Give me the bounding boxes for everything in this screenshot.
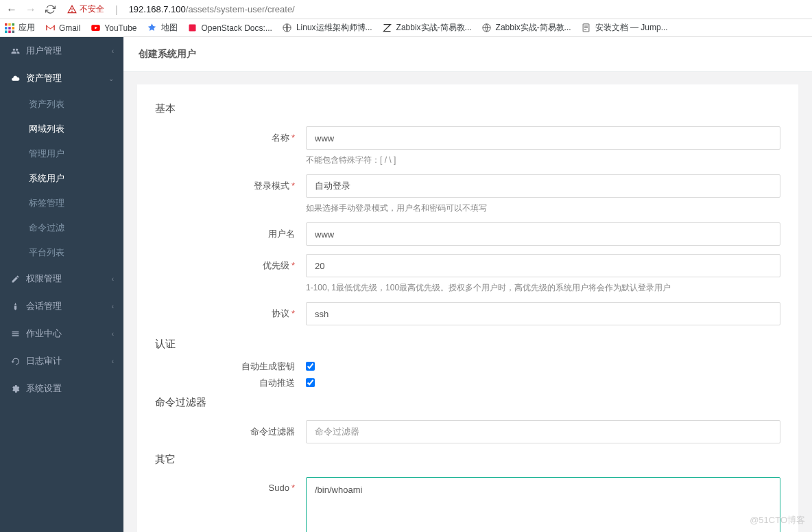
sidebar-item-label: 系统用户 — [29, 173, 64, 183]
bookmark-linux[interactable]: Linux运维架构师博... — [282, 22, 372, 34]
chevron-left-icon: ‹ — [112, 275, 114, 283]
sidebar-item-label: 命令过滤 — [29, 222, 64, 233]
sidebar-item-label: 网域列表 — [29, 124, 64, 134]
sidebar-item-label: 日志审计 — [26, 355, 62, 367]
auto-gen-key-checkbox[interactable] — [306, 362, 315, 371]
bookmark-maps[interactable]: 地图 — [147, 22, 178, 34]
edit-icon — [10, 275, 21, 284]
gears-icon — [10, 384, 21, 393]
url-display[interactable]: 192.168.7.100/assets/system-user/create/ — [129, 4, 295, 14]
sidebar-item-asset-list[interactable]: 资产列表 — [0, 92, 123, 117]
sidebar-item-session-mgmt[interactable]: 会话管理 ‹ — [0, 292, 123, 320]
zabbix-icon — [382, 23, 393, 34]
sidebar: 用户管理 ‹ 资产管理 ⌄ 资产列表 网域列表 管理用户 系统用户 标签管理 命… — [0, 37, 123, 532]
form-row-auto-push: 自动推送 — [155, 374, 780, 389]
youtube-icon — [90, 23, 101, 34]
sidebar-item-label: 会话管理 — [26, 300, 62, 312]
sidebar-item-label: 作业中心 — [26, 327, 62, 340]
sidebar-item-system-user[interactable]: 系统用户 — [0, 166, 123, 191]
forward-icon[interactable]: → — [25, 3, 37, 16]
sidebar-item-platform-list[interactable]: 平台列表 — [0, 240, 123, 265]
url-host: 192.168.7.100 — [129, 4, 186, 14]
stack-icon — [10, 329, 21, 338]
sidebar-item-label: 资产管理 — [26, 72, 62, 84]
browser-nav-bar: ← → 不安全 | 192.168.7.100/assets/system-us… — [0, 0, 812, 19]
name-help: 不能包含特殊字符：[ / \ ] — [306, 154, 780, 166]
chevron-left-icon: ‹ — [112, 47, 114, 55]
form-panel: 基本 名称* 不能包含特殊字符：[ / \ ] 登录模式* 自动登录 如果选择手… — [137, 84, 798, 532]
auto-push-label: 自动推送 — [155, 375, 306, 389]
bookmark-zabbix1[interactable]: Zabbix实战-简易教... — [382, 22, 472, 34]
cmd-filter-select[interactable]: 命令过滤器 — [306, 420, 780, 443]
sidebar-item-log-audit[interactable]: 日志审计 ‹ — [0, 347, 123, 375]
sidebar-item-label: 标签管理 — [29, 198, 64, 208]
reload-icon[interactable] — [44, 3, 56, 16]
bookmark-apps[interactable]: 应用 — [4, 22, 35, 34]
form-row-priority: 优先级* 1-100, 1最低优先级，100最高优先级。授权多个用户时，高优先级… — [155, 250, 780, 294]
form-row-auto-gen-key: 自动生成密钥 — [155, 358, 780, 373]
bookmark-youtube[interactable]: YouTube — [90, 23, 136, 34]
svg-rect-4 — [12, 23, 15, 26]
auto-gen-key-label: 自动生成密钥 — [155, 359, 306, 373]
sidebar-item-sys-settings[interactable]: 系统设置 — [0, 375, 123, 402]
chevron-left-icon: ‹ — [112, 358, 114, 365]
security-warning[interactable]: 不安全 — [67, 3, 104, 15]
sidebar-item-cmd-filter[interactable]: 命令过滤 — [0, 216, 123, 240]
sidebar-item-job-center[interactable]: 作业中心 ‹ — [0, 320, 123, 347]
sidebar-item-admin-user[interactable]: 管理用户 — [0, 141, 123, 166]
document-icon — [581, 23, 592, 34]
bookmark-jump[interactable]: 安装文档 — Jump... — [581, 22, 668, 34]
form-row-protocol: 协议* ssh — [155, 298, 780, 325]
sidebar-item-perm-mgmt[interactable]: 权限管理 ‹ — [0, 265, 123, 292]
bookmark-label: 安装文档 — Jump... — [595, 22, 668, 34]
gmail-icon — [45, 23, 56, 34]
svg-rect-10 — [12, 30, 15, 33]
sidebar-item-asset-mgmt[interactable]: 资产管理 ⌄ — [0, 65, 123, 92]
app-container: 用户管理 ‹ 资产管理 ⌄ 资产列表 网域列表 管理用户 系统用户 标签管理 命… — [0, 37, 812, 532]
svg-rect-2 — [5, 23, 8, 26]
sudo-label: Sudo* — [155, 477, 306, 493]
sidebar-item-user-mgmt[interactable]: 用户管理 ‹ — [0, 37, 123, 65]
bookmarks-bar: 应用 Gmail YouTube 地图 OpenStack Docs:... L… — [0, 19, 812, 37]
section-cmdfilter: 命令过滤器 — [155, 396, 780, 409]
auto-push-checkbox[interactable] — [306, 378, 315, 387]
section-other: 其它 — [155, 453, 780, 466]
svg-rect-9 — [8, 30, 11, 33]
sidebar-item-label: 管理用户 — [29, 148, 64, 159]
section-basic: 基本 — [155, 102, 780, 115]
name-input[interactable] — [306, 126, 780, 150]
history-icon — [10, 357, 21, 366]
maps-icon — [147, 23, 158, 34]
sudo-textarea[interactable] — [306, 477, 780, 532]
sidebar-item-tag-mgmt[interactable]: 标签管理 — [0, 191, 123, 216]
openstack-icon — [187, 23, 198, 34]
login-mode-select[interactable]: 自动登录 — [306, 174, 780, 198]
chevron-left-icon: ‹ — [112, 303, 114, 310]
svg-rect-5 — [5, 27, 8, 30]
svg-rect-12 — [189, 25, 196, 32]
url-separator: | — [115, 4, 118, 15]
bookmark-label: Zabbix实战-简易教... — [496, 22, 571, 34]
chevron-down-icon: ⌄ — [108, 75, 114, 82]
globe-icon — [282, 23, 293, 34]
sidebar-item-label: 权限管理 — [26, 273, 62, 285]
globe-icon — [481, 23, 492, 34]
cmd-filter-label: 命令过滤器 — [155, 420, 306, 438]
protocol-select[interactable]: ssh — [306, 302, 780, 325]
bookmark-label: OpenStack Docs:... — [202, 23, 272, 33]
sidebar-item-label: 资产列表 — [29, 99, 64, 109]
form-row-cmd-filter: 命令过滤器 命令过滤器 — [155, 416, 780, 443]
apps-icon — [4, 23, 15, 34]
chevron-left-icon: ‹ — [112, 330, 114, 338]
bookmark-openstack[interactable]: OpenStack Docs:... — [187, 23, 272, 34]
bookmark-label: 应用 — [19, 22, 35, 34]
sidebar-item-domain-list[interactable]: 网域列表 — [0, 117, 123, 141]
priority-help: 1-100, 1最低优先级，100最高优先级。授权多个用户时，高优先级的系统用户… — [306, 281, 780, 294]
sidebar-item-label: 用户管理 — [26, 45, 62, 57]
username-label: 用户名 — [155, 222, 306, 240]
priority-input[interactable] — [306, 254, 780, 277]
bookmark-gmail[interactable]: Gmail — [45, 23, 80, 34]
back-icon[interactable]: ← — [5, 3, 18, 16]
username-input[interactable] — [306, 222, 780, 246]
bookmark-zabbix2[interactable]: Zabbix实战-简易教... — [481, 22, 571, 34]
